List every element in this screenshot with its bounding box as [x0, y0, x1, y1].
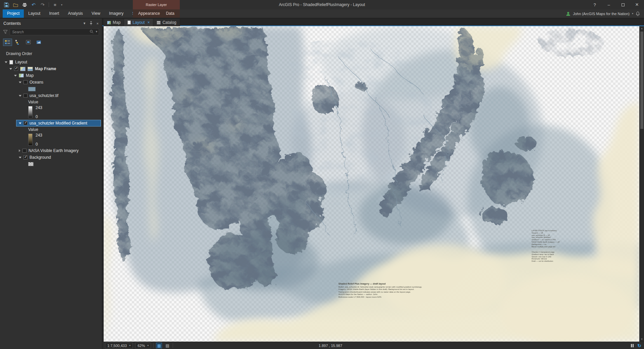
view-tab-catalog[interactable]: Catalog	[153, 19, 180, 26]
account-area: John (ArcGIS Maps for the Nation) ▾	[566, 9, 640, 18]
expander-icon[interactable]	[5, 61, 7, 63]
expander-icon[interactable]	[9, 68, 12, 70]
note-line: LAYER STACK (top to bottom):	[532, 230, 577, 232]
pause-drawing-button[interactable]	[631, 344, 634, 347]
visibility-checkbox-modified-gradient[interactable]: ✓	[23, 121, 28, 125]
expander-collapsed-icon[interactable]	[19, 149, 20, 152]
tab-analysis[interactable]: Analysis	[63, 9, 87, 18]
scroll-down-icon[interactable]: ▾	[640, 337, 644, 342]
expander-icon[interactable]	[14, 75, 17, 77]
title-bar: ↶ ↷ ≡ ▾ Raster Layer ArcGIS Pro - Shaded…	[0, 0, 644, 9]
tree-item-map-frame[interactable]: ✓ Map Frame	[0, 65, 102, 72]
search-caret-icon[interactable]: ▾	[96, 30, 97, 33]
tree-item-map[interactable]: Map	[0, 72, 102, 79]
tab-layout[interactable]: Layout	[24, 9, 45, 18]
visibility-checkbox-map-frame[interactable]: ✓	[14, 67, 18, 71]
notifications-bell-icon[interactable]	[636, 11, 640, 16]
tree-item-usa-schutzler-modified-gradient[interactable]: ✓ usa_schutzler Modified Gradient	[16, 120, 101, 127]
view-tab-strip: Map Layout × Catalog	[102, 18, 644, 26]
expander-icon[interactable]	[19, 122, 21, 124]
layout-view-area: Shaded Relief Plus Imagery — draft layou…	[102, 26, 644, 342]
view-tab-map[interactable]: Map	[104, 19, 124, 26]
tab-view[interactable]: View	[87, 9, 105, 18]
tree-item-usa-schutzler-tif[interactable]: ✓ usa_schutzler.tif	[0, 92, 102, 99]
tab-project[interactable]: Project	[3, 9, 24, 18]
background-swatch[interactable]	[28, 162, 34, 166]
scrollbar-thumb[interactable]	[640, 32, 643, 129]
redo-button[interactable]: ↷	[40, 2, 46, 8]
expander-icon[interactable]	[19, 157, 21, 158]
credit-line: Imagery: NASA Visible Earth (layer hidde…	[338, 288, 454, 291]
view-mode-drawing-order-button[interactable]	[3, 39, 12, 46]
expander-icon[interactable]	[19, 82, 21, 83]
pane-close-icon[interactable]: ×	[97, 21, 99, 26]
credit-line: Reference scale 1:7,500,433 · layout zoo…	[338, 296, 454, 299]
zoom-value: 62%	[138, 344, 145, 348]
expander-icon[interactable]	[19, 95, 21, 97]
map-scale-combo[interactable]: 1:7,500,433 ▾	[105, 343, 133, 348]
tree-item-oceans[interactable]: ✓ Oceans	[0, 79, 102, 86]
print-button[interactable]	[21, 2, 28, 8]
arcgis-pro-window: ↶ ↷ ≡ ▾ Raster Layer ArcGIS Pro - Shaded…	[0, 0, 644, 349]
layout-canvas[interactable]: Shaded Relief Plus Imagery — draft layou…	[104, 26, 639, 342]
view-tab-label: Map	[113, 20, 120, 25]
filter-icon[interactable]	[3, 30, 8, 34]
tab-insert[interactable]: Insert	[45, 9, 63, 18]
account-caret-icon[interactable]: ▾	[632, 12, 633, 15]
view-tab-label: Layout	[132, 20, 145, 25]
layout-view-icon	[127, 20, 131, 24]
tree-item-background[interactable]: ✓ Background	[0, 154, 102, 161]
visibility-checkbox-nasa-imagery[interactable]: ✓	[22, 149, 26, 153]
pane-menu-caret-icon[interactable]: ▾	[84, 21, 86, 26]
open-project-button[interactable]	[12, 2, 18, 8]
undo-button[interactable]: ↶	[31, 2, 37, 8]
view-mode-source-button[interactable]	[13, 39, 22, 46]
view-mode-selection-button[interactable]	[24, 39, 33, 46]
view-mode-labeling-button[interactable]	[34, 39, 43, 46]
view-tab-layout[interactable]: Layout ×	[124, 19, 153, 26]
save-button[interactable]	[3, 2, 9, 8]
search-icon[interactable]	[90, 30, 94, 34]
ramp-min-value: 0	[36, 142, 38, 147]
catalog-view-icon	[157, 21, 161, 24]
account-name[interactable]: John (ArcGIS Maps for the Nation)	[573, 12, 630, 16]
contextual-group-raster-layer: Raster Layer	[133, 0, 180, 9]
maximize-button[interactable]	[616, 0, 630, 9]
customize-qat-button[interactable]: ≡	[52, 2, 58, 8]
tree-item-label: usa_schutzler.tif	[30, 93, 58, 98]
oceans-color-swatch[interactable]	[28, 87, 36, 91]
layout-grid-toggle-button[interactable]: ▦	[156, 343, 162, 348]
help-button[interactable]: ?	[588, 0, 602, 9]
ribbon-tab-row: Project Layout Insert Analysis View Imag…	[0, 9, 644, 18]
zoom-combo[interactable]: 62% ▾	[135, 343, 151, 348]
scroll-up-icon[interactable]: ▴	[640, 26, 644, 31]
pin-icon[interactable]	[89, 21, 93, 26]
check-icon: ✓	[24, 155, 27, 159]
close-button[interactable]: ×	[630, 0, 644, 9]
user-avatar-icon	[566, 11, 571, 16]
tab-appearance[interactable]: Appearance	[135, 9, 163, 18]
tree-item-layout[interactable]: Layout	[0, 59, 102, 65]
tab-data[interactable]: Data	[163, 9, 177, 18]
raster-field-label: Value	[0, 127, 102, 133]
visibility-checkbox-oceans[interactable]: ✓	[23, 80, 28, 84]
tree-item-label: NASA Visible Earth Imagery	[29, 148, 78, 153]
refresh-view-button[interactable]: ↻	[637, 343, 641, 348]
grayscale-ramp-swatch[interactable]	[28, 106, 33, 118]
minimize-button[interactable]: –	[602, 0, 616, 9]
visibility-checkbox-usa-schutzler-tif[interactable]: ✓	[23, 94, 28, 98]
search-input[interactable]	[10, 29, 99, 35]
qat-caret-icon[interactable]: ▾	[61, 3, 62, 6]
contextual-tabs: Appearance Data	[133, 9, 180, 18]
tab-imagery[interactable]: Imagery	[105, 9, 128, 18]
close-layout-tab-icon[interactable]: ×	[147, 20, 150, 25]
printer-icon	[22, 3, 27, 7]
pane-title: Contents	[3, 21, 84, 26]
drawing-order-icon	[5, 40, 10, 45]
layout-guides-toggle-button[interactable]: ▤	[164, 343, 170, 348]
vertical-scrollbar[interactable]: ▴ ▾	[639, 26, 644, 342]
tree-item-nasa-imagery[interactable]: ✓ NASA Visible Earth Imagery	[0, 147, 102, 154]
gradient-ramp-swatch[interactable]	[28, 134, 33, 146]
visibility-checkbox-background[interactable]: ✓	[23, 155, 28, 159]
ramp-min-value: 0	[36, 114, 38, 119]
